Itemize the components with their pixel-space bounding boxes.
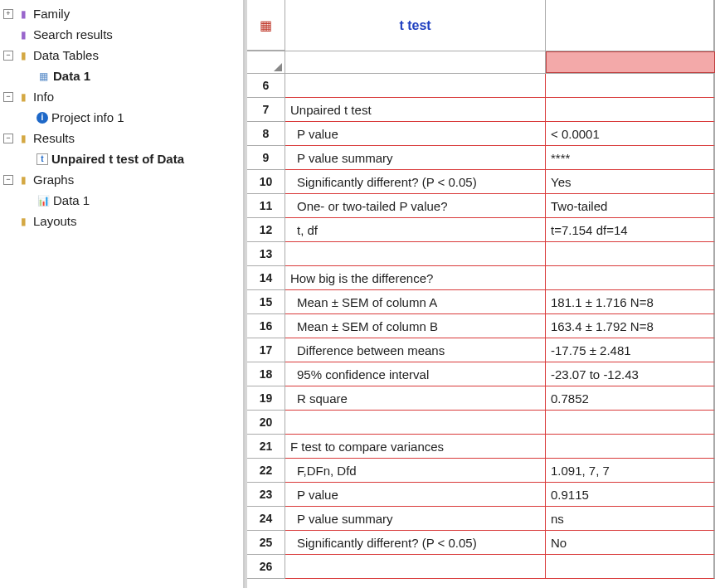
result-label-cell[interactable]: Significantly different? (P < 0.05) <box>285 531 546 555</box>
result-value-cell[interactable] <box>546 435 715 459</box>
table-row[interactable]: 24P value summaryns <box>247 507 715 531</box>
result-label-cell[interactable]: 95% confidence interval <box>285 362 546 386</box>
result-value-cell[interactable] <box>546 74 715 98</box>
table-row[interactable]: 25Significantly different? (P < 0.05)No <box>247 531 715 555</box>
result-value-cell[interactable]: 163.4 ± 1.792 N=8 <box>546 314 715 338</box>
tree-item-graphs[interactable]: − ▮ Graphs <box>0 169 243 190</box>
tree-item-graph-data-1[interactable]: 📊 Data 1 <box>0 190 243 211</box>
row-number[interactable]: 24 <box>247 507 285 531</box>
result-value-cell[interactable]: 0.9115 <box>546 483 715 507</box>
result-label-cell[interactable]: Unpaired t test <box>285 98 546 122</box>
row-number[interactable]: 20 <box>247 411 285 435</box>
result-value-cell[interactable]: **** <box>546 146 715 170</box>
collapse-icon[interactable]: − <box>3 92 13 102</box>
result-label-cell[interactable]: F,DFn, Dfd <box>285 459 546 483</box>
row-number[interactable]: 6 <box>247 74 285 98</box>
result-value-cell[interactable]: -23.07 to -12.43 <box>546 362 715 386</box>
table-row[interactable]: 21F test to compare variances <box>247 435 715 459</box>
result-label-cell[interactable]: R square <box>285 386 546 411</box>
result-label-cell[interactable]: F test to compare variances <box>285 435 546 459</box>
table-row[interactable]: 6 <box>247 74 715 98</box>
tree-item-results[interactable]: − ▮ Results <box>0 128 243 148</box>
sheet-corner-icon-cell[interactable]: ▦ <box>247 0 285 51</box>
table-row[interactable]: 22F,DFn, Dfd1.091, 7, 7 <box>247 459 715 483</box>
row-number[interactable]: 15 <box>247 290 285 314</box>
row-number[interactable]: 12 <box>247 218 285 242</box>
result-label-cell[interactable]: P value <box>285 122 546 146</box>
row-number[interactable]: 17 <box>247 338 285 362</box>
table-row[interactable]: 20 <box>247 411 715 435</box>
row-number[interactable]: 10 <box>247 170 285 194</box>
table-row[interactable]: 16Mean ± SEM of column B163.4 ± 1.792 N=… <box>247 314 715 338</box>
row-number[interactable]: 26 <box>247 555 285 579</box>
tree-item-search-results[interactable]: ▮ Search results <box>0 24 243 45</box>
result-value-cell[interactable]: 1.091, 7, 7 <box>546 459 715 483</box>
table-row[interactable]: 13 <box>247 242 715 266</box>
result-label-cell[interactable] <box>285 411 546 435</box>
result-value-cell[interactable] <box>546 242 715 266</box>
row-number[interactable]: 21 <box>247 435 285 459</box>
table-row[interactable]: 7Unpaired t test <box>247 98 715 122</box>
row-number[interactable]: 11 <box>247 194 285 218</box>
row-number[interactable]: 22 <box>247 459 285 483</box>
result-value-cell[interactable]: -17.75 ± 2.481 <box>546 338 715 362</box>
row-number[interactable]: 16 <box>247 314 285 338</box>
collapse-icon[interactable]: − <box>3 134 13 143</box>
result-label-cell[interactable] <box>285 74 546 98</box>
result-value-cell[interactable]: 181.1 ± 1.716 N=8 <box>546 290 715 314</box>
result-value-cell[interactable]: 0.7852 <box>546 386 715 411</box>
select-all-corner[interactable] <box>247 51 285 73</box>
table-row[interactable]: 9P value summary**** <box>247 146 715 170</box>
row-number[interactable]: 25 <box>247 531 285 555</box>
row-number[interactable]: 9 <box>247 146 285 170</box>
tree-item-project-info[interactable]: i Project info 1 <box>0 107 243 128</box>
collapse-icon[interactable]: − <box>3 175 13 185</box>
table-row[interactable]: 23P value0.9115 <box>247 483 715 507</box>
row-number[interactable]: 8 <box>247 122 285 146</box>
result-value-cell[interactable]: ns <box>546 507 715 531</box>
row-number[interactable]: 13 <box>247 242 285 266</box>
result-label-cell[interactable]: P value <box>285 483 546 507</box>
table-row[interactable]: 15Mean ± SEM of column A181.1 ± 1.716 N=… <box>247 290 715 314</box>
table-row[interactable]: 10Significantly different? (P < 0.05)Yes <box>247 170 715 194</box>
table-row[interactable]: 19R square0.7852 <box>247 386 715 411</box>
tree-item-info[interactable]: − ▮ Info <box>0 86 243 107</box>
row-number[interactable]: 7 <box>247 98 285 122</box>
tree-item-unpaired-ttest[interactable]: t Unpaired t test of Data <box>0 148 243 169</box>
tree-item-data-1[interactable]: ▦ Data 1 <box>0 66 243 86</box>
result-label-cell[interactable]: t, df <box>285 218 546 242</box>
result-value-cell[interactable]: < 0.0001 <box>546 122 715 146</box>
expand-icon[interactable]: + <box>3 9 13 19</box>
result-value-cell[interactable]: Yes <box>546 170 715 194</box>
result-value-cell[interactable] <box>546 266 715 290</box>
table-row[interactable]: 8P value< 0.0001 <box>247 122 715 146</box>
table-row[interactable]: 12t, dft=7.154 df=14 <box>247 218 715 242</box>
column-header-a[interactable] <box>285 51 546 73</box>
result-label-cell[interactable]: Difference between means <box>285 338 546 362</box>
result-label-cell[interactable]: P value summary <box>285 146 546 170</box>
result-value-cell[interactable] <box>546 555 715 579</box>
results-grid[interactable]: 67Unpaired t test8P value< 0.00019P valu… <box>247 74 715 588</box>
result-label-cell[interactable]: P value summary <box>285 507 546 531</box>
table-row[interactable]: 17Difference between means-17.75 ± 2.481 <box>247 338 715 362</box>
row-number[interactable]: 18 <box>247 362 285 386</box>
table-row[interactable]: 26 <box>247 555 715 579</box>
result-value-cell[interactable]: No <box>546 531 715 555</box>
result-label-cell[interactable] <box>285 242 546 266</box>
tree-item-family[interactable]: + ▮ Family <box>0 3 243 24</box>
row-number[interactable]: 19 <box>247 386 285 411</box>
tree-item-layouts[interactable]: ▮ Layouts <box>0 211 243 231</box>
tree-item-data-tables[interactable]: − ▮ Data Tables <box>0 45 243 66</box>
result-label-cell[interactable]: Mean ± SEM of column A <box>285 290 546 314</box>
result-label-cell[interactable]: Mean ± SEM of column B <box>285 314 546 338</box>
result-label-cell[interactable] <box>285 555 546 579</box>
column-header-b-selected[interactable] <box>546 51 715 73</box>
row-number[interactable]: 14 <box>247 266 285 290</box>
result-label-cell[interactable]: Significantly different? (P < 0.05) <box>285 170 546 194</box>
result-label-cell[interactable]: One- or two-tailed P value? <box>285 194 546 218</box>
result-label-cell[interactable]: How big is the difference? <box>285 266 546 290</box>
table-row[interactable]: 11One- or two-tailed P value?Two-tailed <box>247 194 715 218</box>
result-value-cell[interactable] <box>546 98 715 122</box>
result-value-cell[interactable]: t=7.154 df=14 <box>546 218 715 242</box>
table-row[interactable]: 1895% confidence interval-23.07 to -12.4… <box>247 362 715 386</box>
